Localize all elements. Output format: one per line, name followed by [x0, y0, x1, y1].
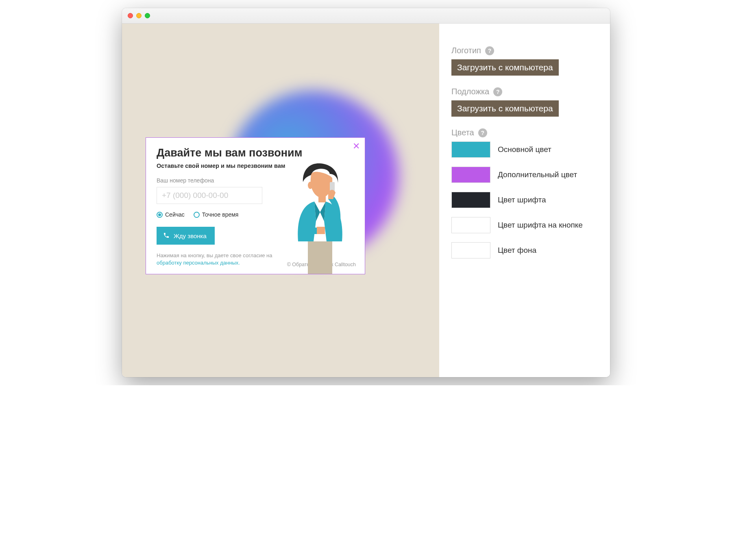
- preview-pane: ✕ Давайте мы вам позвоним Оставьте свой …: [122, 24, 439, 377]
- colors-label-text: Цвета: [451, 128, 474, 137]
- widget-title: Давайте мы вам позвоним: [157, 147, 354, 159]
- mac-titlebar: [122, 8, 610, 24]
- color-row: Цвет фона: [451, 242, 598, 258]
- logo-label-text: Логотип: [451, 46, 481, 55]
- svg-rect-3: [308, 241, 332, 274]
- backdrop-section-label: Подложка ?: [451, 87, 598, 96]
- radio-unselected-icon: [194, 212, 200, 218]
- help-icon[interactable]: ?: [485, 46, 494, 55]
- phone-input[interactable]: [157, 187, 262, 204]
- color-swatch[interactable]: [451, 242, 490, 258]
- color-swatch[interactable]: [451, 141, 490, 158]
- consent-text: Нажимая на кнопку, вы даете свое согласи…: [157, 252, 279, 267]
- help-icon[interactable]: ?: [493, 87, 502, 96]
- consent-prefix: Нажимая на кнопку, вы даете свое согласи…: [157, 252, 272, 258]
- color-swatch[interactable]: [451, 167, 490, 183]
- call-me-label: Жду звонка: [174, 232, 207, 239]
- window-zoom-icon[interactable]: [145, 13, 150, 18]
- settings-pane: Логотип ? Загрузить с компьютера Подложк…: [439, 24, 610, 377]
- man-illustration: [279, 160, 361, 274]
- mac-window: ✕ Давайте мы вам позвоним Оставьте свой …: [122, 8, 610, 377]
- color-swatch[interactable]: [451, 192, 490, 208]
- phone-icon: [163, 232, 170, 240]
- upload-backdrop-button[interactable]: Загрузить с компьютера: [451, 100, 559, 117]
- upload-logo-button[interactable]: Загрузить с компьютера: [451, 59, 559, 76]
- svg-rect-1: [318, 196, 326, 202]
- close-icon: ✕: [353, 141, 360, 151]
- radio-exact-time[interactable]: Точное время: [194, 211, 239, 218]
- radio-now-label: Сейчас: [165, 211, 185, 218]
- color-label: Основной цвет: [498, 145, 551, 154]
- color-label: Цвет шрифта на кнопке: [498, 221, 583, 230]
- radio-exact-label: Точное время: [202, 211, 239, 218]
- window-close-icon[interactable]: [128, 13, 133, 18]
- call-me-button[interactable]: Жду звонка: [157, 227, 215, 245]
- color-row: Дополнительный цвет: [451, 167, 598, 183]
- backdrop-label-text: Подложка: [451, 87, 489, 96]
- close-button[interactable]: ✕: [353, 142, 360, 151]
- window-minimize-icon[interactable]: [136, 13, 142, 18]
- logo-section-label: Логотип ?: [451, 46, 598, 55]
- svg-point-0: [308, 182, 313, 189]
- radio-now[interactable]: Сейчас: [157, 211, 185, 218]
- color-row: Основной цвет: [451, 141, 598, 158]
- color-row: Цвет шрифта на кнопке: [451, 217, 598, 233]
- colors-section-label: Цвета ?: [451, 128, 598, 137]
- radio-selected-icon: [157, 212, 163, 218]
- color-row: Цвет шрифта: [451, 192, 598, 208]
- help-icon[interactable]: ?: [478, 128, 487, 137]
- content-area: ✕ Давайте мы вам позвоним Оставьте свой …: [122, 24, 610, 377]
- color-label: Цвет шрифта: [498, 195, 546, 204]
- callback-widget: ✕ Давайте мы вам позвоним Оставьте свой …: [146, 137, 365, 274]
- color-label: Цвет фона: [498, 246, 536, 255]
- color-label: Дополнительный цвет: [498, 170, 577, 179]
- colors-list: Основной цветДополнительный цветЦвет шри…: [451, 141, 598, 258]
- consent-link[interactable]: обработку персональных данных.: [157, 260, 240, 266]
- color-swatch[interactable]: [451, 217, 490, 233]
